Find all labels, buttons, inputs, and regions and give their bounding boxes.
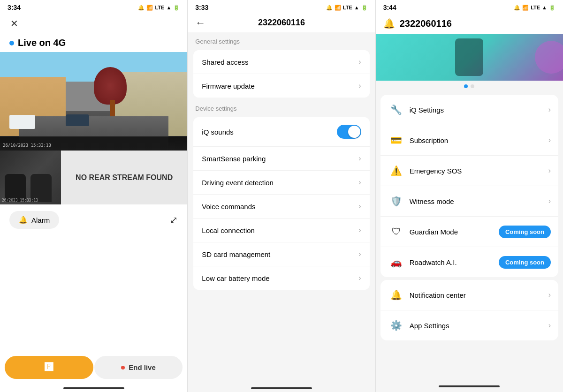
status-icons-1: 🔔 📶 LTE ▲ 🔋 (138, 5, 180, 11)
front-camera-scene: 26/10/2023 15:33:13 (0, 52, 187, 151)
panel-settings: 3:33 🔔 📶 LTE ▲ 🔋 ← 2322060116 General se… (188, 0, 375, 392)
local-connection-label: Local connection (202, 226, 255, 234)
iq-sounds-label: iQ sounds (202, 128, 234, 136)
go-icon: 🅿 (45, 362, 53, 372)
bell-icon: 🔔 (19, 216, 28, 224)
iq-sounds-toggle[interactable] (337, 125, 361, 139)
notification-icon: 🔔 (138, 5, 145, 11)
guardian-mode-label: Guardian Mode (410, 228, 499, 236)
dot-1 (464, 84, 468, 88)
settings-scroll[interactable]: General settings Shared access › Firmwar… (188, 32, 375, 384)
guardian-mode-icon: 🛡 (388, 223, 405, 240)
alarm-button[interactable]: 🔔 Alarm (9, 211, 59, 229)
notification-center-label: Notification center (410, 291, 548, 299)
live-indicator: Live on 4G (0, 34, 187, 52)
chevron-app: › (548, 321, 551, 330)
device-menu-title: 2322060116 (400, 18, 452, 29)
network-label-2: LTE (343, 5, 352, 10)
subscription-label: Subscription (410, 136, 548, 144)
iq-settings-row[interactable]: 🔧 iQ Settings › (380, 95, 558, 125)
wifi-icon-2: 📶 (335, 5, 341, 11)
panel-device-menu: 3:44 🔔 📶 LTE ▲ 🔋 🔔 2322060116 🔧 iQ Setti… (376, 0, 563, 392)
camera-feed-rear: 26/2023 15:33:13 NO REAR STREAM FOUND (0, 151, 187, 204)
settings-header: ← 2322060116 (188, 13, 375, 32)
smartsense-row[interactable]: SmartSense parking › (193, 147, 369, 171)
notification-card: 🔔 Notification center › ⚙️ App Settings … (380, 280, 558, 340)
emergency-sos-row[interactable]: ⚠️ Emergency SOS › (380, 156, 558, 186)
device-menu-scroll[interactable]: 🔧 iQ Settings › 💳 Subscription › ⚠️ Emer… (376, 92, 563, 392)
shared-access-label: Shared access (202, 58, 248, 66)
app-settings-row[interactable]: ⚙️ App Settings › (380, 310, 558, 340)
home-indicator-3 (439, 385, 500, 387)
time-3: 3:44 (383, 4, 396, 11)
panel-live-view: 3:34 🔔 📶 LTE ▲ 🔋 ✕ Live on 4G (0, 0, 188, 392)
sd-card-label: SD card management (202, 250, 270, 258)
device-settings-label: Device settings (195, 105, 236, 112)
toggle-knob (348, 126, 360, 138)
close-button[interactable]: ✕ (8, 17, 21, 30)
tree-decoration (94, 67, 131, 123)
end-live-button[interactable]: End live (94, 356, 183, 379)
sd-card-row[interactable]: SD card management › (193, 242, 369, 266)
general-settings-card: Shared access › Firmware update › (193, 50, 369, 98)
seat-left (5, 174, 26, 202)
page-dots (376, 81, 563, 92)
go-button[interactable]: 🅿 (5, 356, 93, 379)
chevron-sos: › (548, 166, 551, 175)
voice-commands-row[interactable]: Voice commands › (193, 195, 369, 219)
camera-feed-front: 26/10/2023 15:33:13 (0, 52, 187, 151)
camera-timestamp2: 26/2023 15:33:13 (2, 198, 38, 203)
signal-icon-2: ▲ (354, 5, 359, 10)
chevron-icon-3: › (358, 154, 361, 163)
chevron-icon-7: › (358, 250, 361, 258)
time-1: 3:34 (8, 4, 21, 11)
network-label-1: LTE (155, 5, 164, 10)
iq-settings-label: iQ Settings (410, 106, 548, 114)
voice-commands-label: Voice commands (202, 203, 255, 211)
emergency-sos-label: Emergency SOS (410, 167, 548, 175)
network-label-3: LTE (531, 5, 540, 10)
chevron-witness: › (548, 197, 551, 205)
home-indicator-2 (251, 387, 312, 389)
driving-event-row[interactable]: Driving event detection › (193, 171, 369, 195)
signal-icon-1: ▲ (166, 5, 171, 10)
low-battery-row[interactable]: Low car battery mode › (193, 266, 369, 290)
emergency-sos-icon: ⚠️ (388, 162, 405, 179)
notification-center-row[interactable]: 🔔 Notification center › (380, 280, 558, 310)
live-label: Live on 4G (18, 38, 66, 48)
live-dot (9, 41, 14, 45)
no-stream-label: NO REAR STREAM FOUND (61, 173, 187, 182)
van-left (9, 115, 35, 129)
smartsense-label: SmartSense parking (202, 155, 266, 163)
notification-icon-2: 🔔 (326, 5, 333, 11)
witness-mode-row[interactable]: 🛡️ Witness mode › (380, 186, 558, 217)
chevron-sub: › (548, 136, 551, 144)
end-live-label: End live (129, 363, 156, 371)
back-button[interactable]: ← (195, 17, 205, 29)
witness-mode-label: Witness mode (410, 197, 548, 205)
red-dot-icon (121, 366, 125, 369)
iq-sounds-row[interactable]: iQ sounds (193, 117, 369, 147)
hero-banner (376, 34, 563, 81)
chevron-icon-5: › (358, 202, 361, 211)
guardian-mode-row[interactable]: 🛡 Guardian Mode Coming soon (380, 217, 558, 247)
device-settings-card: iQ sounds SmartSense parking › Driving e… (193, 117, 369, 290)
device-bell-icon: 🔔 (383, 18, 395, 29)
camera-timestamp: 26/10/2023 15:33:13 (3, 143, 51, 148)
local-connection-row[interactable]: Local connection › (193, 219, 369, 242)
roadwatch-ai-label: Roadwatch A.I. (410, 258, 499, 266)
status-bar-3: 3:44 🔔 📶 LTE ▲ 🔋 (376, 0, 563, 13)
app-settings-icon: ⚙️ (388, 317, 405, 334)
firmware-update-row[interactable]: Firmware update › (193, 74, 369, 98)
hero-device-image (455, 38, 483, 76)
status-bar-1: 3:34 🔔 📶 LTE ▲ 🔋 (0, 0, 187, 13)
roadwatch-ai-row[interactable]: 🚗 Roadwatch A.I. Coming soon (380, 247, 558, 277)
time-2: 3:33 (195, 4, 208, 11)
expand-icon[interactable]: ⤢ (170, 214, 178, 226)
settings-title: 2322060116 (258, 18, 305, 28)
general-settings-section: General settings (188, 32, 375, 48)
subscription-row[interactable]: 💳 Subscription › (380, 125, 558, 156)
shared-access-row[interactable]: Shared access › (193, 50, 369, 74)
notification-center-icon: 🔔 (388, 286, 405, 303)
iq-settings-icon: 🔧 (388, 101, 405, 118)
